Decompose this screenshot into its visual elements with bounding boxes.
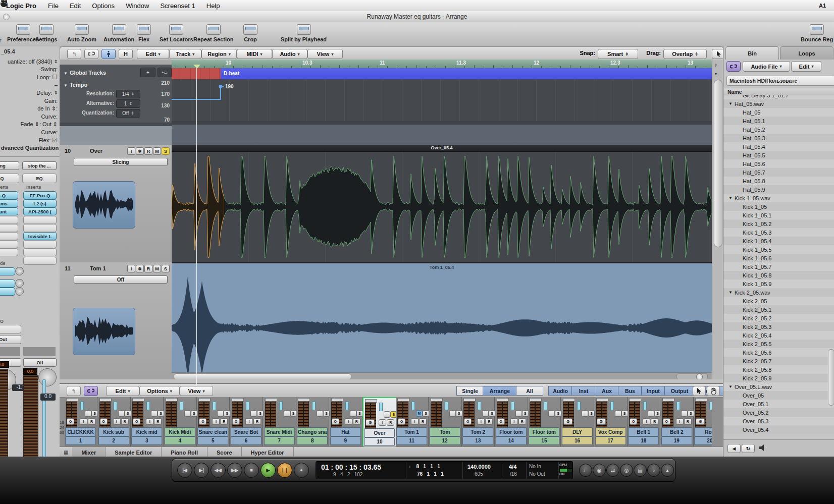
- track-record-button[interactable]: R: [144, 147, 152, 155]
- bin-edit-menu[interactable]: Edit▾: [791, 61, 821, 72]
- fader-cap[interactable]: [80, 402, 84, 410]
- channel-number[interactable]: 16: [562, 436, 593, 445]
- mute-button[interactable]: [615, 410, 621, 417]
- mute-button[interactable]: [151, 410, 158, 417]
- insert-slot[interactable]: [0, 232, 18, 240]
- mixer-menu-view[interactable]: View▾: [180, 386, 213, 396]
- channel-strip-14[interactable]: SOIRFloor tom14: [495, 397, 528, 446]
- editor-tab-hyper-editor[interactable]: Hyper Editor: [242, 447, 294, 457]
- fader-cap[interactable]: [246, 402, 249, 410]
- autopunch-button[interactable]: ◎: [620, 464, 633, 477]
- mute-button[interactable]: [548, 410, 555, 417]
- input-source-icon[interactable]: А1: [819, 3, 826, 9]
- input-monitor-button[interactable]: I: [411, 418, 419, 425]
- region-parameter-row[interactable]: de In ⇕:: [0, 105, 58, 113]
- fader-cap[interactable]: [379, 403, 383, 411]
- solo-button[interactable]: S: [323, 410, 330, 417]
- input-monitor-button[interactable]: I: [80, 418, 87, 425]
- channel-number[interactable]: 12: [430, 436, 460, 445]
- bin-file-row[interactable]: Hat_05.7: [723, 168, 834, 177]
- input-monitor-button[interactable]: I: [477, 418, 485, 425]
- mixer-filter-aux[interactable]: Aux: [595, 386, 619, 396]
- input-monitor-button[interactable]: I: [510, 418, 518, 425]
- fader-cap[interactable]: [676, 402, 680, 410]
- toolbar-button-automation[interactable]: Automation: [103, 24, 134, 42]
- input-monitor-button[interactable]: I: [643, 418, 650, 425]
- note-icon[interactable]: ♪: [714, 62, 721, 69]
- channel-strip-7[interactable]: SSnare Midi7: [264, 397, 296, 446]
- tempo-param-value[interactable]: Off⇕: [116, 109, 140, 118]
- bin-file-row[interactable]: Kick 2_05: [723, 297, 834, 305]
- stereo-format-button[interactable]: ⊙: [696, 418, 705, 425]
- send-knob[interactable]: [15, 267, 24, 275]
- go-to-beginning-button[interactable]: |◀: [177, 463, 192, 478]
- bin-file-row[interactable]: Hat_05.2: [723, 125, 834, 134]
- output-button[interactable]: O: [67, 418, 74, 425]
- mute-button[interactable]: [515, 410, 522, 417]
- solo-button[interactable]: S: [423, 410, 429, 417]
- channel-strip-19[interactable]: SOIRBell 219: [661, 397, 694, 446]
- play-button[interactable]: ▶: [260, 463, 276, 478]
- channel-strip-12[interactable]: STom12: [429, 397, 462, 446]
- bin-file-row[interactable]: Kick 2_05.6: [723, 348, 834, 357]
- insert-slot[interactable]: [0, 240, 18, 248]
- channel-number[interactable]: 13: [462, 436, 493, 445]
- bin-file-row[interactable]: Over_05.1: [723, 400, 834, 408]
- fader-cap[interactable]: [511, 402, 514, 410]
- mixer-filter-all[interactable]: All: [516, 386, 543, 396]
- parameter-stepper[interactable]: ⇕: [54, 59, 58, 64]
- output-button[interactable]: O: [232, 418, 240, 425]
- mixer-menu-edit[interactable]: Edit▾: [106, 386, 139, 396]
- region-parameter-row[interactable]: Curve:: [0, 113, 58, 120]
- back-button[interactable]: ↰: [67, 386, 81, 396]
- fader-cap[interactable]: [709, 402, 712, 410]
- solo-button[interactable]: S: [290, 410, 297, 417]
- bin-file-row[interactable]: Kick 1_05.3: [723, 228, 834, 237]
- fader-cap[interactable]: [478, 402, 481, 410]
- insert-slot[interactable]: [0, 216, 18, 224]
- region-over[interactable]: Over_05.4: [172, 145, 712, 262]
- bin-file-row[interactable]: Kick 1_05.2: [723, 219, 834, 228]
- bin-file-row[interactable]: ▼Kick 2_05.wav: [723, 288, 834, 297]
- bin-file-row[interactable]: Kick 1_05.5: [723, 245, 834, 254]
- mute-button[interactable]: [681, 410, 688, 417]
- channel-number[interactable]: 11: [396, 436, 427, 445]
- grid-icon[interactable]: ▦: [60, 450, 72, 455]
- io-slot[interactable]: [0, 325, 21, 333]
- mixer-filter-single[interactable]: Single: [456, 386, 484, 396]
- vertical-scrollbar[interactable]: ♪▾: [712, 60, 723, 385]
- channel-number[interactable]: 5: [197, 436, 228, 445]
- mute-button[interactable]: [317, 410, 323, 417]
- fader-cap[interactable]: [411, 402, 415, 410]
- sync-button[interactable]: ▲: [661, 464, 674, 477]
- input-monitor-button[interactable]: I: [245, 418, 253, 425]
- region-parameter-row[interactable]: Fade ⇕: Out ⇕: [0, 121, 58, 128]
- toolbar-button-preferences[interactable]: Preferences: [7, 24, 39, 42]
- record-button[interactable]: R: [88, 418, 95, 425]
- mute-button[interactable]: [648, 410, 654, 417]
- mute-button[interactable]: M: [416, 410, 423, 417]
- channel-strip-2[interactable]: SOIRKick sub2: [98, 397, 131, 446]
- pause-button[interactable]: ❘❘: [277, 463, 292, 478]
- bin-file-row[interactable]: Kick 1_05.7: [723, 262, 834, 271]
- flex-mode-button[interactable]: Off: [23, 358, 57, 367]
- global-tracks-label[interactable]: ▼Global Tracks: [64, 70, 129, 77]
- channel-strip-3[interactable]: SOIRKick mid3: [131, 397, 164, 446]
- channel-name[interactable]: Tom: [430, 427, 460, 436]
- bin-file-row[interactable]: Kick 2_05.5: [723, 340, 834, 348]
- region-parameter-row[interactable]: Delay:⇕: [0, 89, 58, 96]
- channel-name[interactable]: Floor tom: [496, 427, 527, 436]
- add-global-track-button[interactable]: +: [140, 68, 155, 77]
- tempo-display[interactable]: 140.0000: [467, 464, 498, 470]
- channel-strip-10[interactable]: S⊙IROver10: [362, 397, 397, 446]
- region-parameter-row[interactable]: Curve:: [0, 128, 58, 136]
- division-display[interactable]: /16: [510, 471, 525, 477]
- snap-select[interactable]: Smart⇕: [598, 49, 638, 59]
- bin-file-row[interactable]: Hat_05.9: [723, 185, 834, 194]
- parameter-stepper[interactable]: ⇕: [54, 90, 58, 95]
- track-protect-button[interactable]: ❄: [136, 265, 144, 272]
- fader-cap[interactable]: [312, 402, 316, 410]
- hand-tool-button[interactable]: [707, 386, 720, 396]
- mixer-filter-audio[interactable]: Audio: [548, 386, 572, 396]
- insert-slot[interactable]: [23, 248, 57, 256]
